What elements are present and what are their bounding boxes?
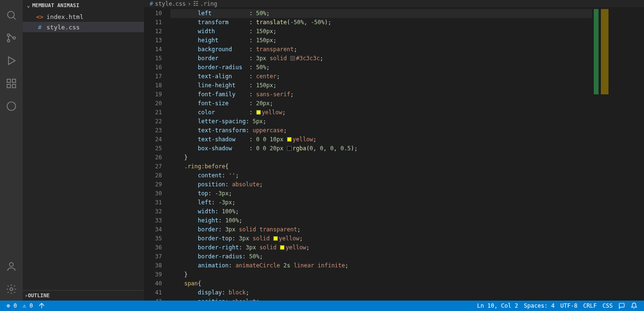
code-line[interactable]: position: absolute; — [170, 297, 592, 301]
code-line[interactable]: width: 100%; — [170, 207, 592, 216]
line-number[interactable]: 40 — [144, 279, 170, 288]
code-line[interactable]: color : yellow; — [170, 108, 592, 117]
line-number[interactable]: 29 — [144, 180, 170, 189]
code-line[interactable]: border-radius: 50%; — [170, 252, 592, 261]
line-number[interactable]: 17 — [144, 72, 170, 81]
code-line[interactable]: } — [170, 153, 592, 162]
line-number[interactable]: 26 — [144, 153, 170, 162]
status-eol[interactable]: CRLF — [580, 302, 599, 309]
code-line[interactable]: border-right: 3px solid yellow; — [170, 243, 592, 252]
status-ln-col[interactable]: Ln 10, Col 2 — [474, 302, 521, 309]
code-line[interactable]: text-transform: uppercase; — [170, 126, 592, 135]
line-number[interactable]: 41 — [144, 288, 170, 297]
code-line[interactable]: width : 150px; — [170, 27, 592, 36]
run-debug-icon[interactable] — [0, 49, 23, 72]
breadcrumb-file[interactable]: style.css — [155, 0, 186, 7]
line-number[interactable]: 28 — [144, 171, 170, 180]
selector-icon: ☷ — [193, 0, 198, 7]
code-line[interactable]: transform : translate(-50%, -50%); — [170, 18, 592, 27]
line-number[interactable]: 42 — [144, 297, 170, 301]
line-number[interactable]: 37 — [144, 252, 170, 261]
line-number[interactable]: 30 — [144, 189, 170, 198]
code-line[interactable]: .ring:before{ — [170, 162, 592, 171]
line-number[interactable]: 14 — [144, 45, 170, 54]
file-item[interactable]: <>index.html — [23, 11, 144, 22]
code-editor[interactable]: left : 50%; transform : translate(-50%, … — [170, 7, 592, 301]
code-line[interactable]: border-radius : 50%; — [170, 63, 592, 72]
outline-header[interactable]: › OUTLINE — [23, 290, 144, 301]
code-line[interactable]: font-family : sans-serif; — [170, 90, 592, 99]
line-number[interactable]: 34 — [144, 225, 170, 234]
code-line[interactable]: left : 50%; — [170, 9, 592, 18]
code-line[interactable]: background : transparent; — [170, 45, 592, 54]
line-number[interactable]: 10 — [144, 9, 170, 18]
line-number[interactable]: 13 — [144, 36, 170, 45]
code-line[interactable]: } — [170, 270, 592, 279]
line-number[interactable]: 33 — [144, 216, 170, 225]
explorer-icon[interactable] — [0, 4, 23, 27]
accounts-icon[interactable] — [0, 255, 23, 278]
github-icon[interactable] — [0, 95, 23, 118]
line-number[interactable]: 21 — [144, 108, 170, 117]
status-language[interactable]: CSS — [599, 302, 616, 309]
line-number[interactable]: 38 — [144, 261, 170, 270]
line-number[interactable]: 25 — [144, 144, 170, 153]
file-name: style.css — [46, 24, 80, 31]
line-number[interactable]: 19 — [144, 90, 170, 99]
code-line[interactable]: border: 3px solid transparent; — [170, 225, 592, 234]
line-number[interactable]: 32 — [144, 207, 170, 216]
code-line[interactable]: position: absolute; — [170, 180, 592, 189]
line-number[interactable]: 27 — [144, 162, 170, 171]
code-line[interactable]: left: -3px; — [170, 198, 592, 207]
status-bell-icon[interactable] — [628, 302, 640, 309]
status-spaces[interactable]: Spaces: 4 — [521, 302, 557, 309]
line-number[interactable]: 24 — [144, 135, 170, 144]
line-number[interactable]: 36 — [144, 243, 170, 252]
code-line[interactable]: text-shadow : 0 0 10px yellow; — [170, 135, 592, 144]
code-line[interactable]: animation: animateCircle 2s linear infin… — [170, 261, 592, 270]
code-line[interactable]: top: -3px; — [170, 189, 592, 198]
line-number[interactable]: 12 — [144, 27, 170, 36]
file-list: <>index.html#style.css — [23, 10, 144, 33]
line-number[interactable]: 35 — [144, 234, 170, 243]
code-line[interactable]: text-align : center; — [170, 72, 592, 81]
settings-gear-icon[interactable] — [0, 278, 23, 301]
line-number[interactable]: 39 — [144, 270, 170, 279]
line-number[interactable]: 23 — [144, 126, 170, 135]
line-number-gutter[interactable]: 1011121314151617181920212223242526272829… — [144, 7, 170, 301]
line-number[interactable]: 15 — [144, 54, 170, 63]
status-warnings[interactable]: ⚠ 0 — [20, 302, 36, 309]
line-number[interactable]: 16 — [144, 63, 170, 72]
minimap[interactable] — [592, 7, 644, 301]
code-line[interactable]: border : 3px solid #3c3c3c; — [170, 54, 592, 63]
status-feedback-icon[interactable] — [616, 302, 628, 309]
svg-marker-5 — [9, 57, 15, 64]
folder-header[interactable]: ⌄ MEMBUAT ANIMASI — [23, 0, 144, 10]
breadcrumb-selector[interactable]: .ring — [200, 0, 217, 7]
code-line[interactable]: line-height : 150px; — [170, 81, 592, 90]
explorer-sidebar: ⌄ MEMBUAT ANIMASI <>index.html#style.css… — [23, 0, 144, 301]
svg-point-3 — [8, 40, 10, 42]
code-line[interactable]: span{ — [170, 279, 592, 288]
code-line[interactable]: border-top: 3px solid yellow; — [170, 234, 592, 243]
code-line[interactable]: display: block; — [170, 288, 592, 297]
line-number[interactable]: 22 — [144, 117, 170, 126]
code-line[interactable]: height : 150px; — [170, 36, 592, 45]
file-item[interactable]: #style.css — [23, 22, 144, 32]
status-port-icon[interactable] — [36, 302, 48, 309]
status-errors[interactable]: ⊗ 0 — [4, 302, 20, 309]
line-number[interactable]: 11 — [144, 18, 170, 27]
code-line[interactable]: letter-spacing: 5px; — [170, 117, 592, 126]
extensions-icon[interactable] — [0, 72, 23, 95]
status-encoding[interactable]: UTF-8 — [557, 302, 580, 309]
code-line[interactable]: box-shadow : 0 0 20px rgba(0, 0, 0, 0.5)… — [170, 144, 592, 153]
line-number[interactable]: 18 — [144, 81, 170, 90]
svg-point-2 — [8, 34, 10, 37]
line-number[interactable]: 20 — [144, 99, 170, 108]
code-line[interactable]: height: 100%; — [170, 216, 592, 225]
line-number[interactable]: 31 — [144, 198, 170, 207]
code-line[interactable]: font-size : 20px; — [170, 99, 592, 108]
source-control-icon[interactable] — [0, 27, 23, 49]
breadcrumb-bar[interactable]: # style.css › ☷ .ring — [144, 0, 644, 7]
code-line[interactable]: content: ''; — [170, 171, 592, 180]
